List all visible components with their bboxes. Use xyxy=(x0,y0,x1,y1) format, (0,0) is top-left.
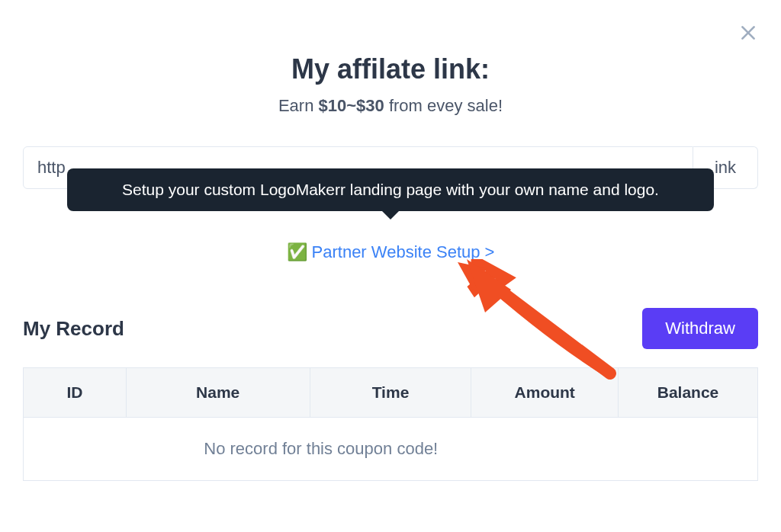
check-icon: ✅ xyxy=(287,242,307,261)
subtitle-prefix: Earn xyxy=(278,96,319,115)
table-empty-row: No record for this coupon code! xyxy=(24,418,758,481)
subtitle-suffix: from evey sale! xyxy=(384,96,503,115)
subtitle: Earn $10~$30 from evey sale! xyxy=(23,96,758,116)
col-time: Time xyxy=(310,368,471,418)
close-button[interactable] xyxy=(738,23,758,46)
table-header-row: ID Name Time Amount Balance xyxy=(24,368,758,418)
tooltip-content: Setup your custom LogoMakerr landing pag… xyxy=(67,168,714,211)
col-balance: Balance xyxy=(619,368,758,418)
partner-setup-row: ✅Partner Website Setup > xyxy=(23,242,758,262)
col-name: Name xyxy=(126,368,310,418)
col-amount: Amount xyxy=(471,368,619,418)
record-title: My Record xyxy=(23,317,124,341)
svg-marker-4 xyxy=(458,262,487,290)
empty-balance-cell xyxy=(619,418,758,481)
svg-marker-5 xyxy=(467,259,511,312)
empty-message: No record for this coupon code! xyxy=(24,418,619,481)
svg-marker-3 xyxy=(467,259,517,299)
withdraw-button[interactable]: Withdraw xyxy=(642,308,758,349)
tooltip: Setup your custom LogoMakerr landing pag… xyxy=(67,168,714,211)
subtitle-amount: $10~$30 xyxy=(319,96,384,115)
header: My affilate link: Earn $10~$30 from evey… xyxy=(23,53,758,116)
close-icon xyxy=(738,32,758,45)
col-id: ID xyxy=(24,368,127,418)
record-header: My Record Withdraw xyxy=(23,308,758,349)
page-title: My affilate link: xyxy=(23,53,758,85)
partner-website-setup-link[interactable]: Partner Website Setup > xyxy=(312,242,495,261)
record-table: ID Name Time Amount Balance No record fo… xyxy=(23,367,758,481)
